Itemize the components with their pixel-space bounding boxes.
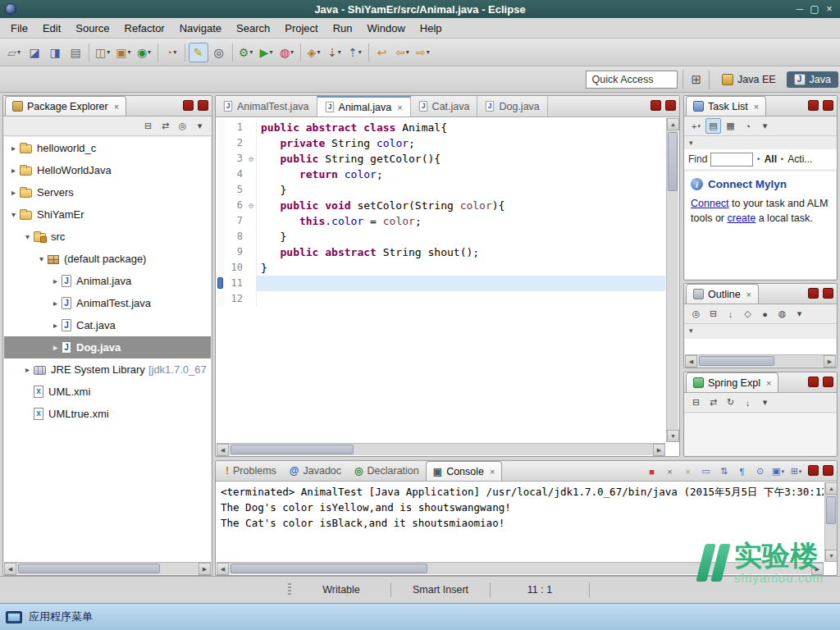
code-line-3[interactable]: 3⊖ public String getColor(){	[217, 151, 665, 167]
tree-item-cat-java[interactable]: ▸Cat.java	[4, 314, 211, 336]
next-annotation-button[interactable]: ⇣▾	[325, 43, 345, 62]
focus-on-workweek-button[interactable]: ◔	[740, 118, 756, 134]
scrollbar-track[interactable]	[229, 563, 811, 574]
minimize-view-button[interactable]	[808, 288, 819, 299]
collapse-all-button[interactable]: ⊟	[688, 395, 704, 410]
scrollbar-track[interactable]	[16, 563, 199, 574]
refresh-button[interactable]: ↻	[723, 395, 738, 410]
link-connect[interactable]: Connect	[691, 198, 729, 209]
expander-icon[interactable]: ▸	[49, 321, 62, 330]
clear-console-button[interactable]: ▭	[698, 463, 714, 479]
search-button[interactable]: ◎	[209, 43, 229, 62]
scroll-right-icon[interactable]: ▶	[653, 444, 665, 456]
expander-icon[interactable]: ▸	[7, 188, 20, 197]
sort-button[interactable]: ↓	[740, 395, 756, 410]
scrollbar-thumb[interactable]	[668, 132, 678, 191]
quick-access-input[interactable]	[586, 71, 678, 89]
tab-declaration[interactable]: ◎Declaration	[348, 461, 426, 481]
menu-navigate[interactable]: Navigate	[172, 18, 229, 39]
code-line-9[interactable]: 9 public abstract String shout();	[217, 244, 665, 260]
horizontal-scrollbar[interactable]: ◀ ▶	[217, 443, 665, 455]
view-menu-dropdown-icon[interactable]	[684, 324, 837, 337]
maximize-view-button[interactable]	[823, 465, 833, 476]
menu-edit[interactable]: Edit	[35, 18, 68, 39]
scrollbar-thumb[interactable]	[231, 564, 427, 573]
new-web-component-button[interactable]: ◈▾	[304, 43, 324, 62]
close-icon[interactable]: ×	[114, 102, 119, 112]
tab-package-explorer[interactable]: Package Explorer ×	[5, 96, 126, 116]
tab-outline[interactable]: Outline ×	[686, 284, 759, 304]
expander-icon[interactable]: ▾	[7, 210, 20, 219]
tree-item-animal-java[interactable]: ▸Animal.java	[4, 270, 211, 292]
link-create[interactable]: create	[727, 212, 756, 224]
expander-icon[interactable]: ▾	[35, 254, 48, 263]
code-line-7[interactable]: 7 this.color = color;	[217, 213, 665, 229]
code-line-1[interactable]: 1public abstract class Animal{	[217, 120, 665, 135]
tree-item-helloworldjava[interactable]: ▸HelloWorldJava	[4, 159, 211, 181]
focus-on-active-task-button[interactable]: ◎	[175, 118, 190, 134]
perspective-java[interactable]: Java	[787, 71, 838, 88]
terminate-button[interactable]: ■	[644, 463, 660, 479]
menu-help[interactable]: Help	[413, 18, 450, 39]
tab-spring-explorer[interactable]: Spring Expl ×	[686, 372, 778, 392]
run-external-tools-button[interactable]: ◍▾	[277, 43, 297, 62]
expander-icon[interactable]: ▸	[49, 276, 62, 285]
scrollbar-thumb[interactable]	[18, 564, 160, 573]
tree-item-uml-xmi[interactable]: UML.xmi	[4, 381, 211, 403]
tree-item-helloworld-c[interactable]: ▸helloworld_c	[4, 137, 211, 159]
minimize-view-button[interactable]	[808, 100, 819, 111]
hide-non-public-button[interactable]: ◍	[774, 306, 790, 322]
print-button[interactable]: ▤	[66, 43, 85, 62]
scheduled-presentation-button[interactable]: ▦	[723, 118, 738, 134]
tab-task-list[interactable]: Task List ×	[686, 96, 766, 116]
vertical-scrollbar[interactable]: ▲ ▼	[824, 482, 837, 562]
scroll-right-icon[interactable]: ▶	[824, 355, 836, 368]
tab-console[interactable]: ▣Console×	[426, 461, 503, 481]
remove-all-terminated-button[interactable]: ×	[680, 463, 696, 479]
tree-item-src[interactable]: ▾src	[4, 226, 211, 248]
code-line-5[interactable]: 5 }	[217, 182, 665, 198]
debug-button[interactable]: ⚙▾	[236, 43, 256, 62]
hide-fields-button[interactable]: ◇	[740, 306, 756, 322]
view-menu-button[interactable]: ▾	[192, 118, 208, 134]
menu-refactor[interactable]: Refactor	[117, 18, 172, 39]
editor-tab-animal-java[interactable]: Animal.java×	[317, 96, 411, 116]
remove-launch-button[interactable]: ×	[662, 463, 678, 479]
menu-file[interactable]: File	[3, 18, 35, 39]
maximize-view-button[interactable]	[823, 100, 833, 111]
horizontal-scrollbar[interactable]: ◀ ▶	[217, 562, 824, 574]
scrollbar-track[interactable]	[697, 355, 824, 367]
expander-icon[interactable]: ▾	[21, 232, 34, 241]
scroll-left-icon[interactable]: ◀	[217, 563, 229, 575]
scroll-up-icon[interactable]: ▲	[825, 482, 838, 495]
scroll-down-icon[interactable]: ▼	[667, 430, 679, 442]
maximize-view-button[interactable]	[665, 100, 676, 111]
new-task-button[interactable]: +▾	[688, 118, 704, 134]
scroll-lock-button[interactable]: ⇅	[716, 463, 732, 479]
pin-console-button[interactable]: ⊙	[752, 463, 768, 479]
save-all-button[interactable]: ◨	[45, 43, 65, 62]
display-selected-console-button[interactable]: ▣▾	[770, 463, 786, 479]
open-console-button[interactable]: ⊞▾	[788, 463, 804, 479]
console-output[interactable]: <terminated> AnimalTest [Java Applicatio…	[217, 482, 824, 562]
scrollbar-track[interactable]	[229, 444, 653, 455]
find-input[interactable]	[710, 153, 753, 167]
view-menu-button[interactable]: ▾	[792, 306, 807, 322]
previous-annotation-button[interactable]: ⇡▾	[345, 43, 365, 62]
close-icon[interactable]: ×	[766, 378, 771, 388]
forward-button[interactable]: ⇨▾	[413, 43, 433, 62]
close-icon[interactable]: ×	[754, 102, 759, 112]
collapse-all-button[interactable]: ⊟	[140, 118, 156, 134]
link-activate[interactable]: Acti...	[788, 153, 812, 165]
sort-button[interactable]: ↓	[723, 306, 738, 322]
expander-icon[interactable]: ▸	[21, 365, 34, 374]
close-icon[interactable]: ×	[746, 290, 751, 299]
editor-tab-animaltest-java[interactable]: AnimalTest.java	[216, 96, 317, 116]
scroll-down-icon[interactable]: ▼	[825, 550, 838, 562]
scrollbar-thumb[interactable]	[699, 356, 774, 366]
view-menu-button[interactable]: ▾	[757, 395, 773, 410]
word-wrap-button[interactable]: ¶	[734, 463, 750, 479]
close-icon[interactable]: ×	[397, 103, 402, 112]
editor-tab-dog-java[interactable]: Dog.java	[477, 96, 547, 116]
statusbar-grip[interactable]	[288, 583, 291, 596]
